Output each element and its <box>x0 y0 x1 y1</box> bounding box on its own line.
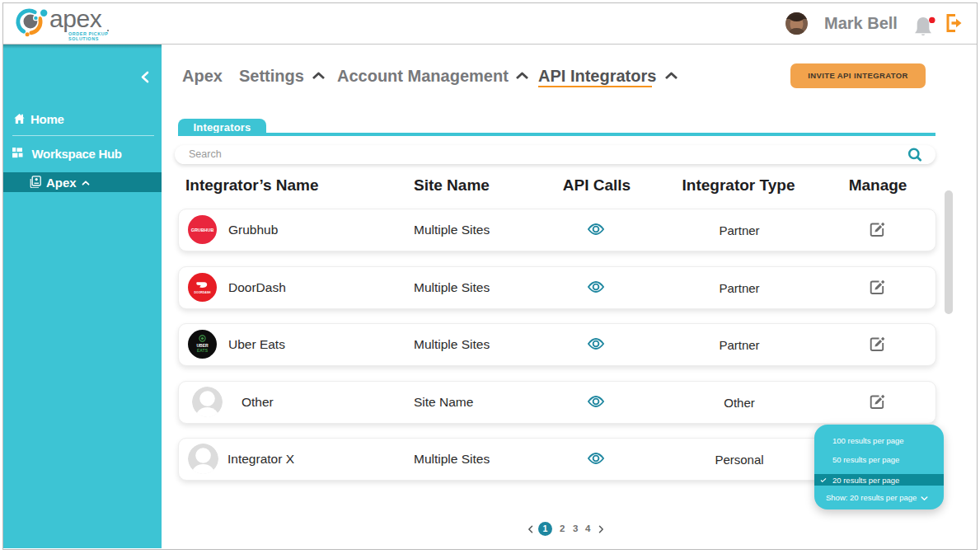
svg-text:DOORDASH: DOORDASH <box>194 290 210 293</box>
svg-text:EATS: EATS <box>197 348 209 353</box>
svg-text:GRUBHUB: GRUBHUB <box>190 228 213 232</box>
